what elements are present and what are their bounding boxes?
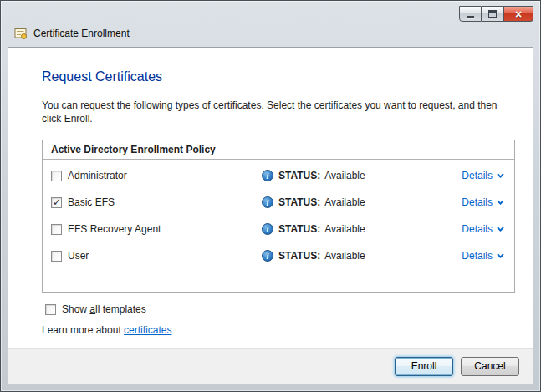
template-label: Basic EFS [68, 196, 262, 208]
status-label: STATUS: [278, 223, 320, 235]
minimize-icon [467, 16, 474, 18]
description-line: You can request the following types of c… [42, 99, 531, 112]
caption-buttons: × [459, 6, 533, 22]
certificate-enrollment-icon [14, 27, 28, 40]
minimize-button[interactable] [459, 6, 482, 22]
chevron-down-icon [497, 173, 504, 178]
user-details-link[interactable]: Details [462, 250, 504, 262]
details-label: Details [462, 250, 493, 262]
chevron-down-icon [497, 253, 504, 258]
template-label: Administrator [68, 170, 262, 181]
dialog-body: Request Certificates You can request the… [8, 47, 533, 384]
show-all-templates-checkbox[interactable] [45, 304, 56, 315]
template-label: EFS Recovery Agent [68, 223, 262, 235]
details-label: Details [462, 196, 493, 208]
template-row-administrator: Administrator i STATUS: Available Detail… [43, 162, 514, 189]
template-label: User [68, 250, 262, 262]
learn-more-text: Learn more about [42, 324, 124, 336]
show-all-templates-label: Show all templates [62, 303, 146, 315]
status-value: Available [324, 170, 365, 181]
cancel-button[interactable]: Cancel [461, 357, 519, 376]
learn-more-row: Learn more about certificates [42, 324, 171, 336]
status-label: STATUS: [278, 250, 320, 262]
close-button[interactable]: × [504, 6, 533, 22]
certificates-link[interactable]: certificates [124, 324, 171, 336]
template-row-user: User i STATUS: Available Details [43, 242, 514, 269]
window-title: Certificate Enrollment [33, 28, 130, 39]
status-label: STATUS: [278, 196, 320, 208]
chevron-down-icon [497, 227, 504, 232]
info-icon: i [262, 196, 273, 208]
enrollment-policy-panel: Active Directory Enrollment Policy Admin… [42, 140, 515, 293]
page-description: You can request the following types of c… [42, 99, 531, 125]
close-icon: × [515, 8, 522, 20]
administrator-details-link[interactable]: Details [462, 170, 504, 181]
status-label: STATUS: [278, 170, 320, 181]
template-row-efs-recovery-agent: EFS Recovery Agent i STATUS: Available D… [43, 216, 514, 242]
maximize-icon [488, 10, 497, 18]
show-all-templates-row[interactable]: Show all templates [45, 303, 146, 315]
basic-efs-details-link[interactable]: Details [462, 196, 504, 208]
button-bar: Enroll Cancel [8, 348, 533, 384]
enroll-button[interactable]: Enroll [395, 357, 453, 376]
info-icon: i [262, 250, 273, 262]
template-row-basic-efs: Basic EFS i STATUS: Available Details [43, 189, 514, 216]
maximize-button[interactable] [482, 6, 504, 22]
chevron-down-icon [497, 200, 504, 205]
details-label: Details [462, 223, 493, 235]
titlebar[interactable]: Certificate Enrollment [14, 27, 130, 40]
description-line: click Enroll. [42, 112, 531, 125]
efs-recovery-agent-checkbox[interactable] [51, 224, 62, 235]
details-label: Details [462, 170, 493, 181]
status-value: Available [324, 250, 365, 262]
certificate-enrollment-window: × Certificate Enrollment Request Certifi… [0, 0, 541, 392]
user-checkbox[interactable] [51, 251, 62, 262]
status-value: Available [324, 196, 365, 208]
panel-header: Active Directory Enrollment Policy [43, 140, 514, 160]
template-list: Administrator i STATUS: Available Detail… [43, 160, 514, 269]
efs-recovery-agent-details-link[interactable]: Details [462, 223, 504, 235]
status-value: Available [324, 223, 365, 235]
info-icon: i [262, 170, 273, 181]
info-icon: i [262, 223, 273, 235]
page-title: Request Certificates [42, 69, 162, 84]
basic-efs-checkbox[interactable] [51, 197, 62, 208]
administrator-checkbox[interactable] [51, 171, 62, 181]
